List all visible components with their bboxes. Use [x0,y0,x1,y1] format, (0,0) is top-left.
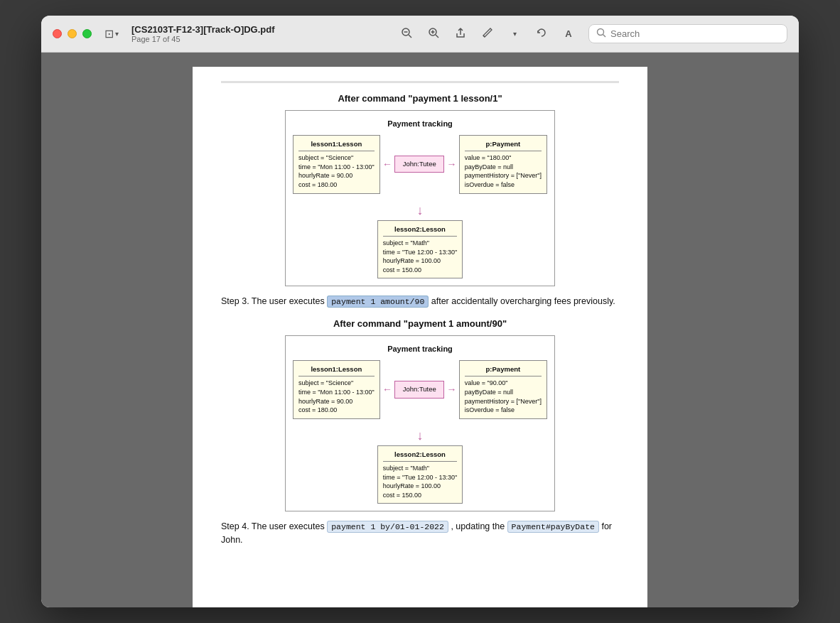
search-input[interactable] [610,28,780,39]
diagram2-right-line3: paymentHistory = ["Never"] [465,397,542,406]
diagram2-box: Payment tracking lesson1:Lesson subject … [285,335,555,512]
diagram2-bottom-line2: time = "Tue 12:00 - 13:30" [383,473,457,482]
diagram1-left-line1: subject = "Science" [298,153,375,163]
diagram1-left-line2: time = "Mon 11:00 - 13:00" [298,163,375,172]
annotate-button[interactable] [476,23,499,45]
diagram1-bottom-line1: subject = "Math" [383,239,457,248]
diagram1-right-line3: paymentHistory = ["Never"] [465,171,542,180]
rotate-icon [536,27,547,41]
diagram1-right-title: p:Payment [465,139,542,151]
diagram1-left-line4: cost = 180.00 [298,180,375,190]
diagram2-bottom-wrapper: lesson2:Lesson subject = "Math" time = "… [293,445,547,504]
svg-line-9 [603,35,606,38]
svg-line-1 [409,35,411,38]
diagram1-right-line2: payByDate = null [465,163,542,172]
arrow-down-icon1: ↓ [417,201,424,220]
diagram1-header: Payment tracking [293,118,547,130]
search-bar[interactable] [588,24,787,43]
page-divider [221,81,619,83]
diagram2-top-row: lesson1:Lesson subject = "Science" time … [293,360,547,419]
zoom-out-icon [401,27,412,41]
diagram2-right-line1: value = "90.00" [465,379,542,388]
step4-command2: Payment#payByDate [507,521,599,533]
diagram1-top-row: lesson1:Lesson subject = "Science" time … [293,135,547,194]
page-indicator: Page 17 of 45 [131,35,387,43]
diagram2-right-node: p:Payment value = "90.00" payByDate = nu… [459,360,547,419]
diagram2-bottom-line1: subject = "Math" [383,464,457,473]
diagram1-left-node: lesson1:Lesson subject = "Science" time … [293,135,380,194]
search-icon [596,28,606,40]
zoom-in-icon [428,27,439,41]
diagram1-bottom-node: lesson2:Lesson subject = "Math" time = "… [377,220,463,279]
diagram1-right-node: p:Payment value = "180.00" payByDate = n… [459,135,547,194]
diagram1-bottom-title: lesson2:Lesson [383,224,457,237]
diagram2-left-line4: cost = 180.00 [298,406,375,415]
diagram1-bottom-line2: time = "Tue 12:00 - 13:30" [383,248,457,257]
arrow-left-icon1: ← [382,157,392,172]
sidebar-toggle-button[interactable]: ⊡ ▾ [100,24,123,43]
diagram1-left-title: lesson1:Lesson [298,139,375,151]
diagram1-box: Payment tracking lesson1:Lesson subject … [285,110,555,287]
share-button[interactable] [449,23,472,45]
diagram2-bottom-line4: cost = 150.00 [383,491,457,500]
close-button[interactable] [53,29,62,38]
rotate-button[interactable] [530,23,553,45]
diagram2-right-line4: isOverdue = false [465,406,542,415]
share-icon [455,27,466,41]
diagram1-bottom-line4: cost = 150.00 [383,266,457,275]
diagram1-left-line3: hourlyRate = 90.00 [298,171,375,180]
step4-text: Step 4. The user executes payment 1 by/0… [221,520,619,547]
arrow-down-icon2: ↓ [417,426,424,445]
diagram2-bottom-line3: hourlyRate = 100.00 [383,482,457,491]
diagram2-right-line2: payByDate = null [465,388,542,397]
step4-command1: payment 1 by/01-01-2022 [327,521,448,533]
diagram2-left-line2: time = "Mon 11:00 - 13:00" [298,388,375,397]
arrow-right-icon1: → [447,157,457,172]
zoom-out-button[interactable] [395,23,418,45]
svg-point-8 [598,29,604,36]
step3-text: Step 3. The user executes payment 1 amou… [221,295,619,308]
diagram2-bottom-title: lesson2:Lesson [383,450,457,462]
diagram2-left-node: lesson1:Lesson subject = "Science" time … [293,360,380,419]
diagram2-left-title: lesson1:Lesson [298,364,375,376]
diagram1-container: After command "payment 1 lesson/1" Payme… [221,92,619,286]
diagram1-center-node: John:Tutee [394,156,444,173]
step3-command: payment 1 amount/90 [327,296,429,308]
toolbar: ▾ A [395,23,580,45]
diagram2-title: After command "payment 1 amount/90" [333,317,507,331]
maximize-button[interactable] [82,29,92,38]
content-area: After command "payment 1 lesson/1" Payme… [41,53,799,607]
diagram1-bottom-wrapper: lesson2:Lesson subject = "Math" time = "… [293,220,547,279]
annotate-dropdown-button[interactable]: ▾ [503,23,526,45]
minimize-button[interactable] [68,29,77,38]
pencil-icon [482,27,493,41]
diagram1-arrow-down-container: ↓ [293,201,547,220]
diagram2-bottom-node: lesson2:Lesson subject = "Math" time = "… [377,445,463,504]
diagram2-right-title: p:Payment [465,364,542,376]
traffic-lights [53,29,92,38]
diagram2-left-line1: subject = "Science" [298,379,375,388]
pdf-page: After command "payment 1 lesson/1" Payme… [193,67,647,607]
diagram2-center-node: John:Tutee [394,381,444,398]
chevron-down-icon: ▾ [115,30,119,38]
arrow-right-icon2: → [447,382,457,397]
titlebar: ⊡ ▾ [CS2103T-F12-3][Track-O]DG.pdf Page … [41,16,799,53]
chevron-down-icon: ▾ [513,30,517,38]
diagram2-left-line3: hourlyRate = 90.00 [298,397,375,406]
diagram2-container: After command "payment 1 amount/90" Paym… [221,317,619,511]
diagram1-right-line1: value = "180.00" [465,153,542,163]
svg-line-7 [483,36,485,37]
diagram2-arrow-down-container: ↓ [293,426,547,445]
find-button[interactable]: A [557,23,580,45]
app-window: ⊡ ▾ [CS2103T-F12-3][Track-O]DG.pdf Page … [41,16,799,607]
find-icon: A [565,28,571,39]
arrow-left-icon2: ← [382,382,392,397]
document-title: [CS2103T-F12-3][Track-O]DG.pdf [131,24,387,35]
zoom-in-button[interactable] [422,23,445,45]
diagram1-title: After command "payment 1 lesson/1" [338,92,502,106]
diagram2-header: Payment tracking [293,343,547,355]
title-area: [CS2103T-F12-3][Track-O]DG.pdf Page 17 o… [131,24,387,43]
svg-line-4 [436,35,438,38]
diagram1-right-line4: isOverdue = false [465,180,542,190]
sidebar-icon: ⊡ [104,27,114,40]
